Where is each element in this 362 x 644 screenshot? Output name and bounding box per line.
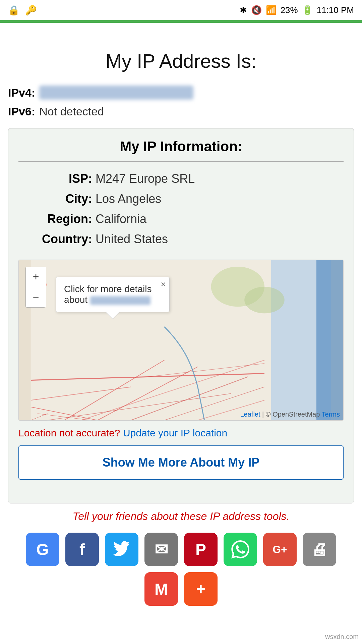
social-bar: G f ✉ P G+ 🖨 M +: [8, 533, 354, 616]
isp-label: ISP:: [25, 172, 92, 186]
social-facebook[interactable]: f: [65, 533, 99, 566]
svg-point-14: [244, 287, 285, 314]
attribution-text: | © OpenStreetMap: [262, 411, 321, 418]
page-title: My IP Address Is:: [8, 50, 354, 72]
region-label: Region:: [25, 212, 92, 226]
info-card-title: My IP Information:: [18, 139, 344, 155]
ipv6-value: Not detected: [39, 105, 104, 118]
friends-text: Tell your friends about these IP address…: [8, 510, 354, 523]
isp-row: ISP: M247 Europe SRL: [25, 172, 344, 186]
green-bar: [0, 20, 362, 23]
city-row: City: Los Angeles: [25, 192, 344, 206]
country-value: United States: [96, 232, 168, 246]
status-bar: 🔒 🔑 ✱ 🔇 📶 23% 🔋 11:10 PM: [0, 0, 362, 20]
location-warning: Location not accurate? Update your IP lo…: [18, 427, 344, 439]
zoom-in-button[interactable]: +: [26, 267, 46, 287]
ipv4-row: IPv4:: [8, 86, 354, 100]
map-zoom-controls: + −: [25, 267, 46, 308]
city-value: Los Angeles: [96, 192, 161, 206]
map-right-sidebar: [316, 260, 343, 420]
social-pinterest[interactable]: P: [184, 533, 218, 566]
battery-percent: 23%: [281, 5, 298, 15]
bluetooth-icon: ✱: [240, 5, 247, 15]
map-container[interactable]: 📍 + − × Click for more details about Lea…: [18, 260, 344, 421]
country-label: Country:: [25, 232, 92, 246]
region-value: California: [96, 212, 146, 226]
map-popup: × Click for more details about: [56, 277, 170, 312]
social-google[interactable]: G: [26, 533, 59, 566]
ipv4-label: IPv4:: [8, 86, 35, 99]
country-row: Country: United States: [25, 232, 344, 246]
clock: 11:10 PM: [317, 5, 354, 15]
key-icon: 🔑: [25, 5, 37, 16]
terms-link[interactable]: Terms: [322, 411, 340, 418]
social-whatsapp[interactable]: [224, 533, 257, 566]
update-location-link[interactable]: Update your IP location: [123, 427, 227, 438]
mute-icon: 🔇: [251, 5, 262, 15]
region-row: Region: California: [25, 212, 344, 226]
show-more-button[interactable]: Show Me More About My IP: [18, 445, 344, 480]
social-more[interactable]: +: [184, 572, 218, 606]
popup-ip-blurred: [90, 296, 150, 305]
zoom-out-button[interactable]: −: [26, 287, 46, 307]
status-icons-left: 🔒 🔑: [8, 5, 37, 16]
info-card-divider: [18, 161, 344, 162]
ipv6-row: IPv6: Not detected: [8, 105, 354, 118]
battery-icon: 🔋: [302, 5, 313, 15]
ipv4-value: [39, 86, 193, 100]
info-card: My IP Information: ISP: M247 Europe SRL …: [8, 128, 354, 503]
lock-icon: 🔒: [8, 5, 20, 16]
wifi-icon: 📶: [266, 5, 277, 15]
info-table: ISP: M247 Europe SRL City: Los Angeles R…: [25, 172, 344, 246]
social-google-plus[interactable]: G+: [263, 533, 297, 566]
map-attribution: Leaflet | © OpenStreetMap Terms: [240, 411, 340, 418]
social-email[interactable]: ✉: [144, 533, 178, 566]
status-icons-right: ✱ 🔇 📶 23% 🔋 11:10 PM: [240, 5, 354, 15]
social-twitter[interactable]: [105, 533, 138, 566]
main-content: My IP Address Is: IPv4: IPv6: Not detect…: [0, 50, 362, 616]
social-gmail[interactable]: M: [144, 572, 178, 606]
popup-close-button[interactable]: ×: [161, 279, 166, 289]
leaflet-link[interactable]: Leaflet: [240, 411, 260, 418]
footer-watermark: wsxdn.com: [325, 633, 359, 641]
social-print[interactable]: 🖨: [303, 533, 336, 566]
isp-value: M247 Europe SRL: [96, 172, 195, 186]
city-label: City:: [25, 192, 92, 206]
location-warning-text: Location not accurate?: [18, 427, 120, 438]
ipv6-label: IPv6:: [8, 105, 35, 118]
ip-section: IPv4: IPv6: Not detected: [8, 86, 354, 118]
